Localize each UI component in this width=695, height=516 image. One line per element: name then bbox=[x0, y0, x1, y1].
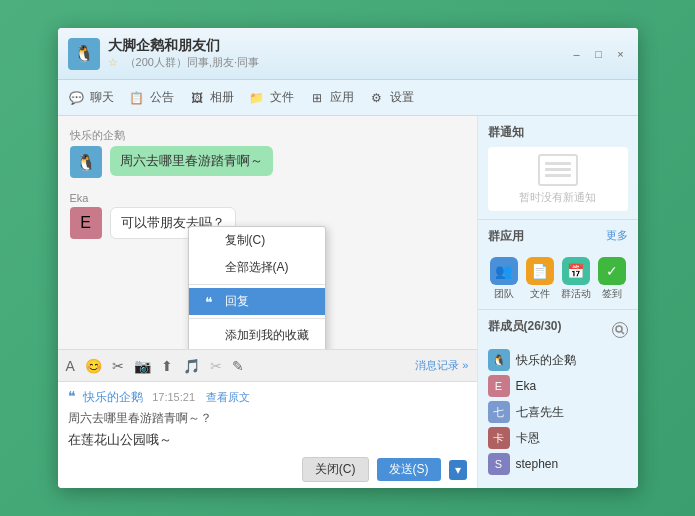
quote-mark-icon: ❝ bbox=[68, 388, 76, 404]
toolbar-album[interactable]: 🖼 相册 bbox=[188, 89, 234, 107]
ctx-select-all[interactable]: 全部选择(A) bbox=[189, 254, 325, 281]
quoted-text: 周六去哪里春游踏青啊～？ bbox=[68, 410, 467, 427]
camera-icon[interactable]: 📷 bbox=[134, 358, 151, 374]
title-bar: 🐧 大脚企鹅和朋友们 ☆ （200人群）同事,朋友·同事 – □ × bbox=[58, 28, 638, 80]
star-icon: ☆ bbox=[108, 56, 118, 68]
close-button[interactable]: × bbox=[614, 47, 628, 61]
app-activity[interactable]: 📅 群活动 bbox=[560, 257, 592, 301]
context-menu: 复制(C) 全部选择(A) ❝ 回复 添加到我的收藏 bbox=[188, 226, 326, 349]
member-name-5: stephen bbox=[516, 457, 559, 471]
notice-icon: 📋 bbox=[128, 89, 146, 107]
title-info: 大脚企鹅和朋友们 ☆ （200人群）同事,朋友·同事 bbox=[108, 37, 570, 70]
toolbar-apps[interactable]: ⊞ 应用 bbox=[308, 89, 354, 107]
avatar-2: E bbox=[70, 207, 102, 239]
toolbar-chat[interactable]: 💬 聊天 bbox=[68, 89, 114, 107]
sender-name-1: 快乐的企鹅 bbox=[70, 128, 465, 143]
chat-icon: 💬 bbox=[68, 89, 86, 107]
upload-icon[interactable]: ⬆ bbox=[161, 358, 173, 374]
toolbar-files[interactable]: 📁 文件 bbox=[248, 89, 294, 107]
album-icon: 🖼 bbox=[188, 89, 206, 107]
member-avatar-5: S bbox=[488, 453, 510, 475]
ctx-separator-2 bbox=[189, 318, 325, 319]
close-button[interactable]: 关闭(C) bbox=[302, 457, 369, 482]
bubble-1: 周六去哪里春游踏青啊～ bbox=[110, 146, 273, 176]
emoji-icon[interactable]: 😊 bbox=[85, 358, 102, 374]
message-history-link[interactable]: 消息记录 » bbox=[415, 358, 468, 373]
checkin-icon: ✓ bbox=[598, 257, 626, 285]
notice-title: 群通知 bbox=[488, 124, 628, 141]
activity-icon: 📅 bbox=[562, 257, 590, 285]
notice-area: 暂时没有新通知 bbox=[488, 147, 628, 211]
activity-label: 群活动 bbox=[561, 287, 591, 301]
group-name: 大脚企鹅和朋友们 bbox=[108, 37, 570, 55]
member-3[interactable]: 七 七喜先生 bbox=[488, 399, 628, 425]
member-name-3: 七喜先生 bbox=[516, 404, 564, 421]
toolbar-settings[interactable]: ⚙ 设置 bbox=[368, 89, 414, 107]
files-app-icon: 📄 bbox=[526, 257, 554, 285]
maximize-button[interactable]: □ bbox=[592, 47, 606, 61]
pen-icon[interactable]: ✎ bbox=[232, 358, 244, 374]
scissors-icon[interactable]: ✂ bbox=[112, 358, 124, 374]
member-1[interactable]: 🐧 快乐的企鹅 bbox=[488, 347, 628, 373]
member-avatar-4: 卡 bbox=[488, 427, 510, 449]
notice-doc-icon bbox=[538, 154, 578, 186]
message-group-1: 快乐的企鹅 🐧 周六去哪里春游踏青啊～ bbox=[70, 128, 465, 178]
member-4[interactable]: 卡 卡恩 bbox=[488, 425, 628, 451]
clip-icon[interactable]: ✂ bbox=[210, 358, 222, 374]
members-title: 群成员(26/30) bbox=[488, 318, 562, 335]
quoted-sender: 快乐的企鹅 bbox=[83, 390, 143, 404]
music-icon[interactable]: 🎵 bbox=[183, 358, 200, 374]
files-label: 文件 bbox=[530, 287, 550, 301]
app-checkin[interactable]: ✓ 签到 bbox=[596, 257, 628, 301]
members-section: 群成员(26/30) 🐧 快乐的企鹅 E Eka bbox=[478, 310, 638, 488]
apps-icon: ⊞ bbox=[308, 89, 326, 107]
message-input[interactable]: 在莲花山公园哦～ bbox=[68, 431, 467, 451]
member-name-2: Eka bbox=[516, 379, 537, 393]
ctx-add-fav[interactable]: 添加到我的收藏 bbox=[189, 322, 325, 349]
input-toolbar: A 😊 ✂ 📷 ⬆ 🎵 ✂ ✎ 消息记录 » bbox=[58, 349, 477, 381]
minimize-button[interactable]: – bbox=[570, 47, 584, 61]
view-original-link[interactable]: 查看原文 bbox=[206, 391, 250, 403]
sender-name-2: Eka bbox=[70, 192, 465, 204]
send-options-button[interactable]: ▾ bbox=[449, 460, 467, 480]
member-2[interactable]: E Eka bbox=[488, 373, 628, 399]
apps-more-link[interactable]: 更多 bbox=[606, 228, 628, 251]
main-area: 快乐的企鹅 🐧 周六去哪里春游踏青啊～ Eka E 可以带朋友去吗？ bbox=[58, 116, 638, 488]
input-buttons: 关闭(C) 发送(S) ▾ bbox=[68, 457, 467, 482]
member-avatar-2: E bbox=[488, 375, 510, 397]
ctx-separator-1 bbox=[189, 284, 325, 285]
member-5[interactable]: S stephen bbox=[488, 451, 628, 477]
group-apps-section: 群应用 更多 👥 团队 📄 文件 📅 群活动 bbox=[478, 220, 638, 310]
ctx-copy[interactable]: 复制(C) bbox=[189, 227, 325, 254]
files-icon: 📁 bbox=[248, 89, 266, 107]
app-files[interactable]: 📄 文件 bbox=[524, 257, 556, 301]
apps-title: 群应用 bbox=[488, 228, 524, 245]
team-icon: 👥 bbox=[490, 257, 518, 285]
messages-container: 快乐的企鹅 🐧 周六去哪里春游踏青啊～ Eka E 可以带朋友去吗？ bbox=[58, 116, 477, 349]
group-subtitle: ☆ （200人群）同事,朋友·同事 bbox=[108, 55, 570, 70]
app-team[interactable]: 👥 团队 bbox=[488, 257, 520, 301]
member-name-1: 快乐的企鹅 bbox=[516, 352, 576, 369]
members-search-button[interactable] bbox=[612, 322, 628, 338]
member-name-4: 卡恩 bbox=[516, 430, 540, 447]
apps-header: 群应用 更多 bbox=[488, 228, 628, 251]
message-bubble-wrap-1: 🐧 周六去哪里春游踏青啊～ bbox=[70, 146, 465, 178]
team-label: 团队 bbox=[494, 287, 514, 301]
avatar-1: 🐧 bbox=[70, 146, 102, 178]
input-area: ❝ 快乐的企鹅 17:15:21 查看原文 周六去哪里春游踏青啊～？ 在莲花山公… bbox=[58, 381, 477, 488]
chat-area: 快乐的企鹅 🐧 周六去哪里春游踏青啊～ Eka E 可以带朋友去吗？ bbox=[58, 116, 478, 488]
quoted-time: 17:15:21 bbox=[152, 391, 195, 403]
toolbar: 💬 聊天 📋 公告 🖼 相册 📁 文件 ⊞ 应用 ⚙ 设置 bbox=[58, 80, 638, 116]
apps-grid: 👥 团队 📄 文件 📅 群活动 ✓ 签到 bbox=[488, 257, 628, 301]
toolbar-notice[interactable]: 📋 公告 bbox=[128, 89, 174, 107]
right-panel: 群通知 暂时没有新通知 群应用 更多 bbox=[478, 116, 638, 488]
svg-point-0 bbox=[616, 326, 622, 332]
send-button[interactable]: 发送(S) bbox=[377, 458, 441, 481]
group-avatar: 🐧 bbox=[68, 38, 100, 70]
search-icon bbox=[615, 325, 625, 335]
member-avatar-1: 🐧 bbox=[488, 349, 510, 371]
ctx-reply[interactable]: ❝ 回复 bbox=[189, 288, 325, 315]
group-notice-section: 群通知 暂时没有新通知 bbox=[478, 116, 638, 220]
font-icon[interactable]: A bbox=[66, 358, 75, 374]
notice-empty-text: 暂时没有新通知 bbox=[519, 190, 596, 205]
